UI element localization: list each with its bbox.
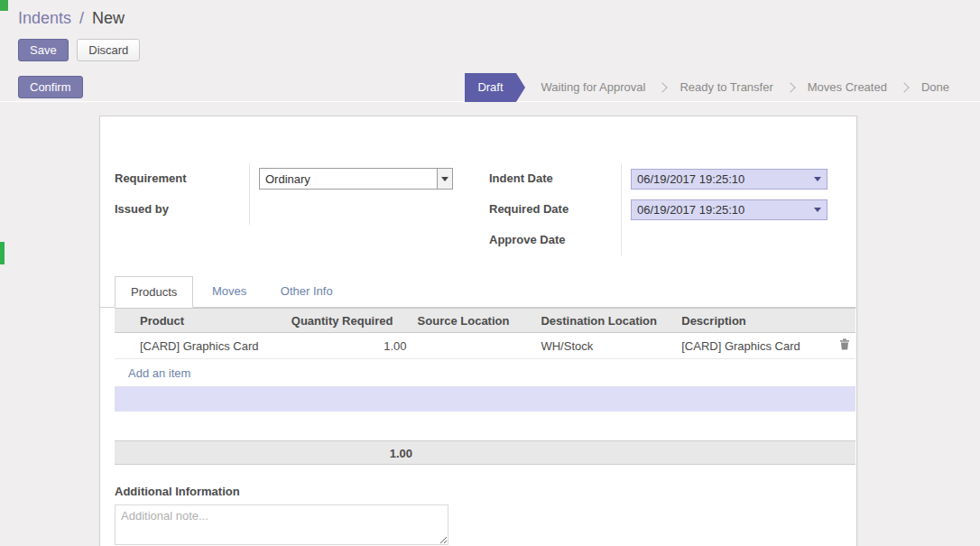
stage-ready-to-transfer[interactable]: Ready to Transfer xyxy=(667,73,785,102)
chevron-down-icon xyxy=(814,208,821,212)
product-column-header: Product xyxy=(134,314,286,328)
right-field-group: Indent Date Required Date Approve Date 0… xyxy=(489,163,827,255)
source-column-header: Source Location xyxy=(412,314,536,328)
left-field-group: Requirement Issued by Ordinary xyxy=(115,163,453,225)
left-edge-green-mark xyxy=(0,242,5,264)
status-row: Confirm Draft Waiting for Approval Ready… xyxy=(0,73,980,102)
stage-label: Draft xyxy=(477,80,503,94)
requirement-select[interactable]: Ordinary xyxy=(259,168,453,190)
products-table: Product Quantity Required Source Locatio… xyxy=(115,308,855,412)
description-cell: [CARD] Graphics Card xyxy=(676,339,834,353)
table-header-row: Product Quantity Required Source Locatio… xyxy=(115,308,855,333)
breadcrumb-separator: / xyxy=(79,9,84,27)
required-date-input[interactable]: 06/19/2017 19:25:10 xyxy=(631,199,827,220)
stage-draft[interactable]: Draft xyxy=(465,73,515,102)
chevron-right-icon xyxy=(899,82,909,92)
stage-label: Waiting for Approval xyxy=(541,80,646,94)
statusbar-stages: Draft Waiting for Approval Ready to Tran… xyxy=(465,73,980,102)
chevron-right-icon xyxy=(785,82,795,92)
tab-moves[interactable]: Moves xyxy=(197,276,262,308)
destination-location-cell: WH/Stock xyxy=(535,339,676,353)
breadcrumb-current: New xyxy=(92,9,125,27)
tab-products[interactable]: Products xyxy=(115,276,193,308)
total-quantity: 1.00 xyxy=(115,441,412,466)
chevron-down-icon xyxy=(437,169,452,189)
issued-by-field[interactable] xyxy=(259,194,453,225)
stage-done[interactable]: Done xyxy=(909,73,962,102)
stage-waiting-for-approval[interactable]: Waiting for Approval xyxy=(529,73,659,102)
discard-button[interactable]: Discard xyxy=(77,39,140,61)
form-action-buttons: Save Discard xyxy=(18,39,140,61)
required-date-label: Required Date xyxy=(489,194,621,225)
indent-date-label: Indent Date xyxy=(489,163,621,194)
stage-label: Ready to Transfer xyxy=(680,80,772,94)
chevron-right-icon xyxy=(658,82,668,92)
approve-date-field[interactable] xyxy=(631,225,827,255)
indent-date-value: 06/19/2017 19:25:10 xyxy=(637,172,814,186)
quantity-cell: 1.00 xyxy=(286,339,412,353)
table-row[interactable]: [CARD] Graphics Card 1.00 WH/Stock [CARD… xyxy=(115,333,855,359)
trash-icon xyxy=(839,338,850,350)
main-content: Requirement Issued by Ordinary Indent Da… xyxy=(0,103,980,546)
requirement-label: Requirement xyxy=(115,163,249,194)
table-total-row: 1.00 xyxy=(115,440,855,465)
delete-row-button[interactable] xyxy=(837,337,852,355)
tab-other-info[interactable]: Other Info xyxy=(265,276,348,308)
breadcrumb-parent-link[interactable]: Indents xyxy=(18,9,71,27)
description-column-header: Description xyxy=(676,314,834,328)
empty-row-highlight xyxy=(115,386,855,412)
additional-information-label: Additional Information xyxy=(115,485,842,498)
stage-moves-created[interactable]: Moves Created xyxy=(795,73,900,102)
required-date-value: 06/19/2017 19:25:10 xyxy=(637,203,814,217)
save-button[interactable]: Save xyxy=(18,39,69,61)
stage-label: Moves Created xyxy=(808,80,887,94)
corner-green-mark xyxy=(0,0,8,11)
issued-by-label: Issued by xyxy=(115,194,249,225)
additional-note-textarea[interactable] xyxy=(115,504,448,545)
indent-date-input[interactable]: 06/19/2017 19:25:10 xyxy=(631,169,827,190)
add-item-row: Add an item xyxy=(115,359,855,386)
confirm-button[interactable]: Confirm xyxy=(18,76,83,98)
chevron-down-icon xyxy=(814,177,821,181)
notebook: Products Moves Other Info Product Quanti… xyxy=(100,276,856,546)
stage-label: Done xyxy=(921,80,949,94)
add-an-item-link[interactable]: Add an item xyxy=(115,366,190,380)
destination-column-header: Destination Location xyxy=(535,314,676,328)
tab-bar: Products Moves Other Info xyxy=(100,276,856,308)
additional-information-section: Additional Information xyxy=(115,485,842,546)
approve-date-label: Approve Date xyxy=(489,225,621,255)
requirement-selected-value: Ordinary xyxy=(260,172,437,186)
product-cell: [CARD] Graphics Card xyxy=(134,339,286,353)
breadcrumb: Indents / New xyxy=(18,9,125,28)
form-sheet: Requirement Issued by Ordinary Indent Da… xyxy=(99,116,857,546)
quantity-column-header: Quantity Required xyxy=(286,314,412,328)
